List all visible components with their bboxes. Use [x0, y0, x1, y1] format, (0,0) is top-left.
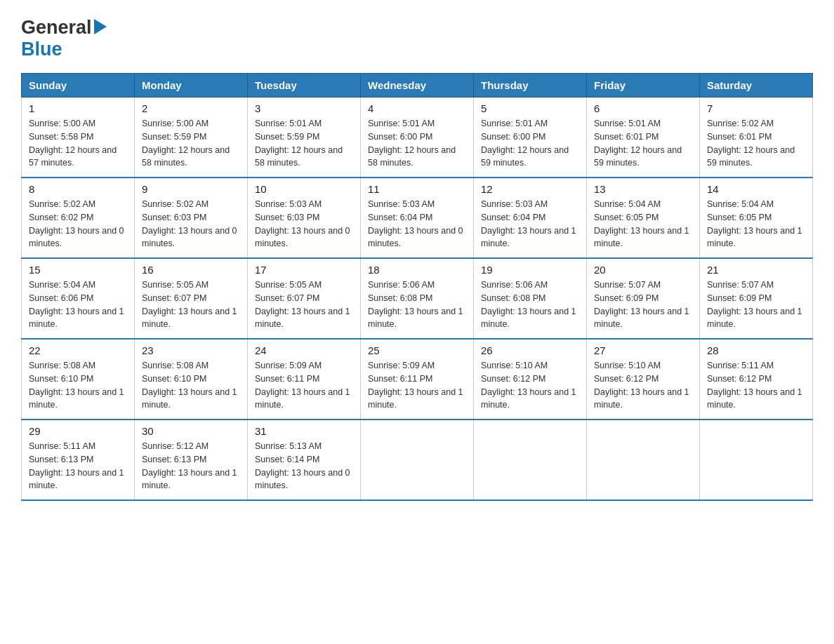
day-info: Sunrise: 5:07 AMSunset: 6:09 PMDaylight:… [707, 279, 805, 331]
day-number: 17 [255, 264, 353, 276]
calendar-day-cell: 12 Sunrise: 5:03 AMSunset: 6:04 PMDaylig… [474, 177, 587, 258]
day-number: 26 [481, 344, 579, 356]
day-number: 10 [255, 183, 353, 195]
day-number: 11 [368, 183, 466, 195]
calendar-empty-cell [361, 420, 474, 500]
calendar-empty-cell [474, 420, 587, 500]
day-number: 27 [594, 344, 692, 356]
calendar-day-cell: 2 Sunrise: 5:00 AMSunset: 5:59 PMDayligh… [135, 98, 248, 178]
calendar-header-row: SundayMondayTuesdayWednesdayThursdayFrid… [22, 74, 813, 98]
weekday-header-thursday: Thursday [474, 74, 587, 98]
day-number: 5 [481, 102, 579, 114]
calendar-day-cell: 21 Sunrise: 5:07 AMSunset: 6:09 PMDaylig… [700, 258, 813, 339]
day-info: Sunrise: 5:09 AMSunset: 6:11 PMDaylight:… [255, 359, 353, 412]
calendar-week-row: 15 Sunrise: 5:04 AMSunset: 6:06 PMDaylig… [22, 258, 813, 339]
day-info: Sunrise: 5:09 AMSunset: 6:11 PMDaylight:… [368, 359, 466, 412]
calendar-week-row: 8 Sunrise: 5:02 AMSunset: 6:02 PMDayligh… [22, 177, 813, 258]
calendar-day-cell: 4 Sunrise: 5:01 AMSunset: 6:00 PMDayligh… [361, 98, 474, 178]
logo-blue: Blue [21, 39, 62, 60]
day-number: 20 [594, 264, 692, 276]
weekday-header-sunday: Sunday [22, 74, 135, 98]
calendar-empty-cell [587, 420, 700, 500]
svg-marker-0 [94, 19, 107, 34]
day-number: 4 [368, 102, 466, 114]
day-info: Sunrise: 5:05 AMSunset: 6:07 PMDaylight:… [142, 279, 240, 331]
day-number: 14 [707, 183, 805, 195]
day-number: 15 [29, 264, 127, 276]
day-number: 9 [142, 183, 240, 195]
day-info: Sunrise: 5:13 AMSunset: 6:14 PMDaylight:… [255, 440, 353, 492]
calendar-day-cell: 15 Sunrise: 5:04 AMSunset: 6:06 PMDaylig… [22, 258, 135, 339]
calendar-week-row: 29 Sunrise: 5:11 AMSunset: 6:13 PMDaylig… [22, 420, 813, 500]
calendar-day-cell: 16 Sunrise: 5:05 AMSunset: 6:07 PMDaylig… [135, 258, 248, 339]
day-number: 21 [707, 264, 805, 276]
logo-general: General [21, 17, 92, 39]
day-info: Sunrise: 5:03 AMSunset: 6:04 PMDaylight:… [481, 198, 579, 250]
day-info: Sunrise: 5:01 AMSunset: 6:01 PMDaylight:… [594, 117, 692, 170]
day-info: Sunrise: 5:04 AMSunset: 6:06 PMDaylight:… [29, 279, 127, 331]
calendar-day-cell: 19 Sunrise: 5:06 AMSunset: 6:08 PMDaylig… [474, 258, 587, 339]
day-info: Sunrise: 5:12 AMSunset: 6:13 PMDaylight:… [142, 440, 240, 492]
weekday-header-saturday: Saturday [700, 74, 813, 98]
day-number: 8 [29, 183, 127, 195]
weekday-header-tuesday: Tuesday [248, 74, 361, 98]
calendar-day-cell: 24 Sunrise: 5:09 AMSunset: 6:11 PMDaylig… [248, 339, 361, 420]
logo-arrow-icon [94, 19, 107, 37]
calendar-day-cell: 13 Sunrise: 5:04 AMSunset: 6:05 PMDaylig… [587, 177, 700, 258]
calendar-day-cell: 23 Sunrise: 5:08 AMSunset: 6:10 PMDaylig… [135, 339, 248, 420]
calendar-day-cell: 27 Sunrise: 5:10 AMSunset: 6:12 PMDaylig… [587, 339, 700, 420]
day-info: Sunrise: 5:01 AMSunset: 6:00 PMDaylight:… [481, 117, 579, 170]
calendar-day-cell: 30 Sunrise: 5:12 AMSunset: 6:13 PMDaylig… [135, 420, 248, 500]
day-info: Sunrise: 5:06 AMSunset: 6:08 PMDaylight:… [368, 279, 466, 331]
calendar-day-cell: 11 Sunrise: 5:03 AMSunset: 6:04 PMDaylig… [361, 177, 474, 258]
day-number: 30 [142, 425, 240, 437]
calendar-week-row: 1 Sunrise: 5:00 AMSunset: 5:58 PMDayligh… [22, 98, 813, 178]
page-header: General Blue [21, 17, 813, 60]
day-number: 7 [707, 102, 805, 114]
calendar-day-cell: 10 Sunrise: 5:03 AMSunset: 6:03 PMDaylig… [248, 177, 361, 258]
calendar-day-cell: 5 Sunrise: 5:01 AMSunset: 6:00 PMDayligh… [474, 98, 587, 178]
day-number: 31 [255, 425, 353, 437]
calendar-day-cell: 22 Sunrise: 5:08 AMSunset: 6:10 PMDaylig… [22, 339, 135, 420]
weekday-header-monday: Monday [135, 74, 248, 98]
calendar-day-cell: 9 Sunrise: 5:02 AMSunset: 6:03 PMDayligh… [135, 177, 248, 258]
day-number: 28 [707, 344, 805, 356]
calendar-day-cell: 18 Sunrise: 5:06 AMSunset: 6:08 PMDaylig… [361, 258, 474, 339]
calendar-table: SundayMondayTuesdayWednesdayThursdayFrid… [21, 73, 813, 501]
calendar-day-cell: 3 Sunrise: 5:01 AMSunset: 5:59 PMDayligh… [248, 98, 361, 178]
day-info: Sunrise: 5:03 AMSunset: 6:04 PMDaylight:… [368, 198, 466, 250]
calendar-day-cell: 29 Sunrise: 5:11 AMSunset: 6:13 PMDaylig… [22, 420, 135, 500]
calendar-day-cell: 8 Sunrise: 5:02 AMSunset: 6:02 PMDayligh… [22, 177, 135, 258]
day-info: Sunrise: 5:11 AMSunset: 6:13 PMDaylight:… [29, 440, 127, 492]
day-number: 22 [29, 344, 127, 356]
day-number: 6 [594, 102, 692, 114]
calendar-day-cell: 14 Sunrise: 5:04 AMSunset: 6:05 PMDaylig… [700, 177, 813, 258]
day-info: Sunrise: 5:06 AMSunset: 6:08 PMDaylight:… [481, 279, 579, 331]
day-info: Sunrise: 5:08 AMSunset: 6:10 PMDaylight:… [142, 359, 240, 412]
day-info: Sunrise: 5:10 AMSunset: 6:12 PMDaylight:… [594, 359, 692, 412]
day-number: 18 [368, 264, 466, 276]
calendar-day-cell: 1 Sunrise: 5:00 AMSunset: 5:58 PMDayligh… [22, 98, 135, 178]
day-number: 2 [142, 102, 240, 114]
day-number: 29 [29, 425, 127, 437]
calendar-day-cell: 6 Sunrise: 5:01 AMSunset: 6:01 PMDayligh… [587, 98, 700, 178]
day-info: Sunrise: 5:05 AMSunset: 6:07 PMDaylight:… [255, 279, 353, 331]
day-info: Sunrise: 5:04 AMSunset: 6:05 PMDaylight:… [594, 198, 692, 250]
day-number: 23 [142, 344, 240, 356]
day-number: 19 [481, 264, 579, 276]
calendar-day-cell: 28 Sunrise: 5:11 AMSunset: 6:12 PMDaylig… [700, 339, 813, 420]
day-info: Sunrise: 5:00 AMSunset: 5:59 PMDaylight:… [142, 117, 240, 170]
day-info: Sunrise: 5:01 AMSunset: 5:59 PMDaylight:… [255, 117, 353, 170]
weekday-header-wednesday: Wednesday [361, 74, 474, 98]
day-info: Sunrise: 5:01 AMSunset: 6:00 PMDaylight:… [368, 117, 466, 170]
calendar-empty-cell [700, 420, 813, 500]
logo: General Blue [21, 17, 107, 60]
calendar-day-cell: 26 Sunrise: 5:10 AMSunset: 6:12 PMDaylig… [474, 339, 587, 420]
day-info: Sunrise: 5:08 AMSunset: 6:10 PMDaylight:… [29, 359, 127, 412]
day-info: Sunrise: 5:02 AMSunset: 6:03 PMDaylight:… [142, 198, 240, 250]
day-number: 1 [29, 102, 127, 114]
day-info: Sunrise: 5:04 AMSunset: 6:05 PMDaylight:… [707, 198, 805, 250]
day-info: Sunrise: 5:00 AMSunset: 5:58 PMDaylight:… [29, 117, 127, 170]
calendar-day-cell: 7 Sunrise: 5:02 AMSunset: 6:01 PMDayligh… [700, 98, 813, 178]
day-number: 12 [481, 183, 579, 195]
